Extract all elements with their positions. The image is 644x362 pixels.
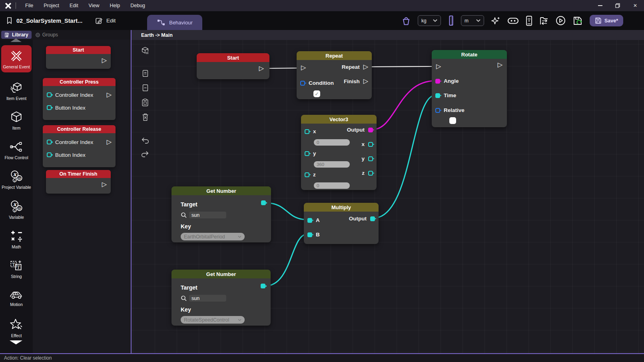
flow-out-icon[interactable]: ▷ — [259, 65, 264, 72]
sidebar-item-item[interactable]: Item — [0, 110, 33, 130]
wire-getnumber1-to-multiply-a[interactable] — [265, 203, 307, 220]
menu-help[interactable]: Help — [104, 0, 125, 11]
flow-out-icon[interactable]: ▷ — [363, 64, 368, 70]
close-button[interactable]: ✕ — [626, 0, 644, 11]
delete-icon[interactable] — [142, 113, 149, 122]
node-vector3[interactable]: Vector3 x Output 0 y x 360 z y 0 z — [301, 115, 377, 190]
target-search-input[interactable]: sun — [189, 295, 226, 302]
target-search-input[interactable]: sun — [189, 212, 226, 218]
z-output-port[interactable] — [368, 171, 373, 176]
relative-port[interactable] — [435, 108, 440, 113]
output-port[interactable] — [368, 128, 373, 132]
scroll-up-icon[interactable] — [10, 38, 22, 42]
length-unit-select[interactable]: m — [461, 15, 484, 26]
palette-node-start[interactable]: Start ▷ — [46, 46, 111, 69]
flow-out-icon[interactable]: ▷ — [498, 62, 502, 68]
palette-node-on-timer-finish[interactable]: On Timer Finish ▷ — [46, 170, 111, 194]
flow-in-icon[interactable]: ▷ — [301, 64, 306, 71]
redo-icon[interactable] — [140, 150, 150, 158]
node-start[interactable]: Start ▷ — [197, 53, 269, 79]
undo-icon[interactable] — [140, 136, 150, 144]
target-search[interactable]: sun — [181, 212, 226, 218]
y-output-port[interactable] — [368, 156, 373, 161]
copy-icon[interactable] — [142, 69, 149, 78]
input-port[interactable] — [47, 140, 52, 144]
edit-button[interactable]: Edit — [95, 11, 116, 30]
input-port[interactable] — [47, 105, 52, 110]
z-value-field[interactable]: 0 — [314, 182, 350, 189]
menu-project[interactable]: Project — [38, 0, 64, 11]
relative-checkbox[interactable] — [449, 117, 456, 124]
wire-getnumber2-to-multiply-b[interactable] — [265, 234, 307, 286]
project-title-group[interactable]: 02_SolarSystem_Start... — [6, 11, 82, 30]
node-rotate[interactable]: Rotate ▷ ▷ Angle Time Relative — [432, 50, 507, 127]
node-get-number-1[interactable]: Get Number Target sun Key EarthOrbitalPe… — [171, 186, 271, 242]
sidebar-item-general-event[interactable]: General Event — [1, 45, 32, 72]
sidebar-item-string[interactable]: TT String — [0, 259, 33, 279]
math-icon — [10, 229, 23, 243]
menu-debug[interactable]: Debug — [125, 0, 150, 11]
sidebar-item-variable[interactable]: x@y Variable — [0, 200, 33, 220]
output-port[interactable] — [261, 200, 266, 205]
sidebar-item-flow-control[interactable]: Flow Control — [0, 140, 33, 160]
device-preview-icon[interactable] — [526, 16, 532, 26]
x-value-field[interactable]: 0 — [314, 139, 350, 146]
wire-repeat-to-rotate[interactable] — [370, 66, 436, 67]
sparkle-icon[interactable] — [491, 16, 500, 26]
b-port[interactable] — [307, 232, 312, 237]
sidebar-item-effect[interactable]: Effect — [0, 318, 33, 338]
node-repeat[interactable]: Repeat ▷ Repeat▷ Condition Finish▷ ✓ — [297, 51, 372, 99]
sidebar-item-label: General Event — [3, 64, 30, 69]
menu-edit[interactable]: Edit — [64, 0, 84, 11]
y-value-field[interactable]: 360 — [314, 161, 350, 168]
check-icon: ✓ — [315, 91, 319, 97]
wire-multiply-output-to-rotate-time[interactable] — [374, 95, 435, 218]
node-multiply[interactable]: Multiply A B Output — [304, 203, 379, 244]
y-input-port[interactable] — [305, 151, 309, 156]
tab-library[interactable]: Library — [1, 31, 32, 39]
graph-canvas[interactable]: Start ▷ Repeat ▷ Repeat▷ Condition Finis… — [131, 30, 644, 353]
play-icon[interactable] — [556, 16, 566, 26]
wire-vector3-output-to-rotate-angle[interactable] — [372, 81, 435, 130]
output-port[interactable] — [261, 284, 265, 288]
a-port[interactable] — [307, 218, 312, 223]
angle-port[interactable] — [435, 79, 440, 84]
cut-file-icon[interactable] — [142, 84, 149, 92]
output-port[interactable] — [370, 216, 375, 221]
node-get-number-2[interactable]: Get Number Target sun Key RotateSpeedCon… — [171, 270, 271, 326]
key-dropdown[interactable]: RotateSpeedControl — [181, 316, 245, 324]
tab-behaviour[interactable]: Behaviour — [147, 15, 202, 30]
minimize-button[interactable] — [591, 0, 609, 11]
condition-checkbox[interactable]: ✓ — [313, 90, 320, 97]
x-output-port[interactable] — [368, 142, 373, 147]
condition-port[interactable] — [300, 81, 305, 86]
scroll-down-icon[interactable] — [10, 340, 22, 344]
palette-node-controller-release[interactable]: Controller Release Controller Index▷ But… — [43, 125, 116, 167]
input-port[interactable] — [47, 152, 52, 157]
project-files-icon[interactable] — [539, 16, 549, 26]
tab-groups[interactable]: Groups — [36, 31, 58, 39]
z-input-port[interactable] — [305, 172, 309, 177]
menu-view[interactable]: View — [84, 0, 105, 11]
node-box-icon[interactable] — [141, 46, 150, 55]
sidebar-item-project-variable[interactable]: x@y Project Variable — [0, 170, 33, 190]
menu-file[interactable]: File — [20, 0, 38, 11]
flow-in-icon[interactable]: ▷ — [436, 63, 441, 70]
save-button[interactable]: Save* — [590, 15, 623, 26]
sidebar-item-math[interactable]: Math — [0, 229, 33, 249]
sidebar-item-motion[interactable]: Motion — [0, 288, 33, 307]
wire-start-to-repeat[interactable] — [264, 68, 302, 68]
x-input-port[interactable] — [305, 129, 309, 134]
maximize-button[interactable] — [609, 0, 626, 11]
flow-out-icon[interactable]: ▷ — [363, 78, 368, 84]
target-search[interactable]: sun — [181, 295, 226, 302]
sidebar-item-item-event[interactable]: Item Event — [0, 81, 33, 101]
mass-unit-select[interactable]: kg — [418, 15, 441, 26]
save-sync-icon[interactable] — [572, 16, 583, 26]
input-port[interactable] — [47, 92, 52, 97]
paste-icon[interactable] — [141, 98, 149, 107]
time-port[interactable] — [435, 93, 440, 98]
key-dropdown[interactable]: EarthOrbitalPeriod — [181, 233, 245, 240]
controller-icon[interactable] — [507, 17, 519, 25]
palette-node-controller-press[interactable]: Controller Press Controller Index▷ Butto… — [43, 78, 116, 120]
